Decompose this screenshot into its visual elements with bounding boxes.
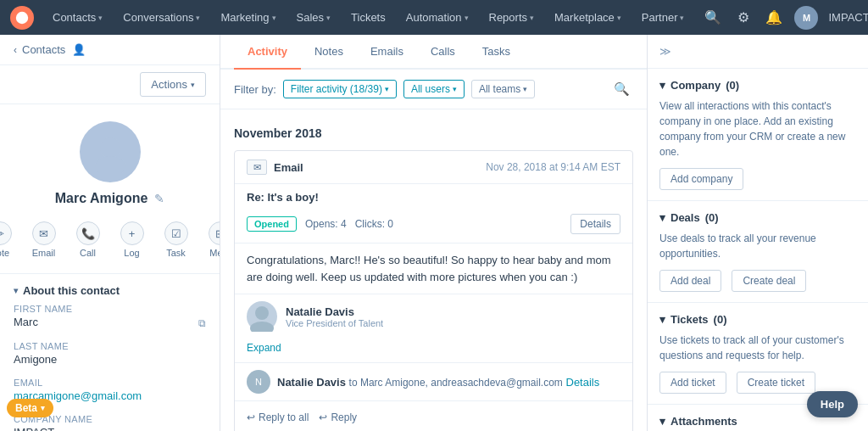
actions-button[interactable]: Actions ▾ [140, 72, 206, 97]
last-name-value: Amigone [14, 353, 206, 366]
nav-partner[interactable]: Partner ▾ [633, 0, 693, 35]
details-button[interactable]: Details [570, 214, 620, 234]
tickets-section: ▾ Tickets (0) Use tickets to track all o… [648, 303, 868, 405]
company-desc: View all interactions with this contact'… [659, 98, 856, 160]
search-icon[interactable]: 🔍 [610, 78, 633, 100]
nav-conversations[interactable]: Conversations ▾ [114, 0, 209, 35]
company-section: ▾ Company (0) View all interactions with… [648, 69, 868, 201]
svg-point-2 [95, 156, 125, 173]
chevron-down-icon: ▾ [272, 14, 276, 22]
email-subject: Re: It's a boy! [235, 184, 632, 209]
email-body: Congratulations, Marc!! He's so beautifu… [235, 243, 632, 294]
collapse-icon: ≫ [659, 45, 671, 58]
add-ticket-button[interactable]: Add ticket [659, 372, 726, 394]
log-icon: + [120, 221, 144, 245]
reply-button[interactable]: ↩ Reply [319, 408, 357, 427]
create-deal-button[interactable]: Create deal [732, 270, 806, 292]
svg-point-0 [16, 11, 28, 23]
reply-all-button[interactable]: ↩ Reply to all [247, 408, 309, 427]
collapse-button[interactable]: ≫ [648, 35, 868, 69]
month-header-november: November 2018 [234, 126, 633, 140]
reply-avatar: N [247, 370, 270, 394]
chevron-down-icon: ▾ [523, 85, 527, 93]
tab-tasks[interactable]: Tasks [469, 35, 524, 70]
left-sidebar: ‹ Contacts 👤 Actions ▾ Marc Amigone ✎ [0, 35, 220, 431]
card-type-label: Email [274, 161, 303, 174]
chevron-down-icon: ▾ [385, 85, 389, 93]
email-icon: ✉ [32, 221, 56, 245]
first-name-value: Marc [14, 316, 38, 328]
svg-point-4 [250, 322, 274, 332]
profile-section: Marc Amigone ✎ ✏ Note ✉ Email 📞 Call + [0, 104, 220, 274]
nav-marketing[interactable]: Marketing ▾ [212, 0, 284, 35]
reply-details-link[interactable]: Details [566, 376, 600, 389]
beta-badge[interactable]: Beta ▾ [7, 399, 53, 417]
tickets-section-header[interactable]: ▾ Tickets (0) [659, 313, 856, 326]
contact-icon: 👤 [72, 43, 86, 56]
chevron-down-icon: ▾ [617, 14, 621, 22]
help-button[interactable]: Help [807, 391, 858, 417]
breadcrumb: ‹ Contacts 👤 [0, 35, 220, 65]
copy-icon[interactable]: ⧉ [198, 317, 206, 329]
chevron-down-icon: ▾ [326, 14, 331, 22]
sender-name: Natalie Davis [286, 305, 383, 318]
last-name-field: Last name Amigone [14, 341, 206, 366]
chevron-down-icon: ▾ [680, 14, 684, 22]
nav-automation[interactable]: Automation ▾ [398, 0, 477, 35]
deals-section-header[interactable]: ▾ Deals (0) [659, 211, 856, 224]
all-users-button[interactable]: All users ▾ [403, 80, 465, 98]
hubspot-logo[interactable] [10, 6, 34, 30]
chevron-down-icon: ▾ [465, 14, 469, 22]
profile-actions: ✏ Note ✉ Email 📞 Call + Log ☑ Task [0, 216, 220, 263]
account-menu[interactable]: IMPACT ▾ [821, 11, 868, 24]
log-button[interactable]: + Log [114, 216, 151, 263]
email-icon: ✉ [247, 160, 267, 175]
sender-title: Vice President of Talent [286, 318, 383, 328]
nav-marketplace[interactable]: Marketplace ▾ [546, 0, 630, 35]
chevron-down-icon: ▾ [659, 415, 665, 428]
add-company-button[interactable]: Add company [659, 168, 743, 190]
reply-all-icon: ↩ [247, 411, 255, 423]
all-teams-button[interactable]: All teams ▾ [471, 80, 535, 98]
task-button[interactable]: ☑ Task [158, 216, 195, 263]
tickets-desc: Use tickets to track all of your custome… [659, 333, 856, 363]
tab-activity[interactable]: Activity [234, 35, 301, 70]
tabs-bar: Activity Notes Emails Calls Tasks [220, 35, 647, 70]
call-button[interactable]: 📞 Call [70, 216, 107, 263]
avatar [80, 121, 141, 182]
filter-activity-button[interactable]: Filter activity (18/39) ▾ [283, 80, 397, 98]
chevron-down-icon: ▾ [41, 404, 45, 412]
tab-emails[interactable]: Emails [357, 35, 417, 70]
reply-actions-row: ↩ Reply to all ↩ Reply [235, 400, 632, 431]
chevron-down-icon: ▾ [530, 14, 534, 22]
middle-content: Activity Notes Emails Calls Tasks Filter… [220, 35, 648, 431]
avatar[interactable]: M [794, 6, 818, 30]
company-value: IMPACT [14, 426, 206, 431]
task-icon: ☑ [164, 221, 188, 245]
company-section-header[interactable]: ▾ Company (0) [659, 79, 856, 92]
actions-row: Actions ▾ [0, 65, 220, 104]
email-button[interactable]: ✉ Email [25, 216, 63, 263]
notifications-icon-button[interactable]: 🔔 [760, 4, 787, 31]
tab-calls[interactable]: Calls [417, 35, 469, 70]
add-deal-button[interactable]: Add deal [659, 270, 721, 292]
nav-sales[interactable]: Sales ▾ [288, 0, 340, 35]
expand-link[interactable]: Expand [235, 339, 293, 362]
tab-notes[interactable]: Notes [301, 35, 357, 70]
note-button[interactable]: ✏ Note [0, 216, 19, 263]
edit-icon[interactable]: ✎ [154, 192, 164, 205]
opens-stat: Opens: 4 [305, 218, 347, 230]
clicks-stat: Clicks: 0 [355, 218, 393, 230]
back-button[interactable]: ‹ [14, 44, 17, 56]
create-ticket-button[interactable]: Create ticket [737, 372, 815, 394]
nav-tickets[interactable]: Tickets [342, 0, 394, 35]
meet-button[interactable]: ⊞ Meet [202, 216, 221, 263]
nav-reports[interactable]: Reports ▾ [481, 0, 543, 35]
settings-icon-button[interactable]: ⚙ [730, 4, 757, 31]
top-navigation: Contacts ▾ Conversations ▾ Marketing ▾ S… [0, 0, 868, 35]
right-sidebar: ≫ ▾ Company (0) View all interactions wi… [648, 35, 868, 431]
about-header[interactable]: ▾ About this contact [14, 274, 206, 304]
breadcrumb-label[interactable]: Contacts [22, 43, 65, 56]
nav-contacts[interactable]: Contacts ▾ [44, 0, 111, 35]
search-icon-button[interactable]: 🔍 [699, 4, 726, 31]
